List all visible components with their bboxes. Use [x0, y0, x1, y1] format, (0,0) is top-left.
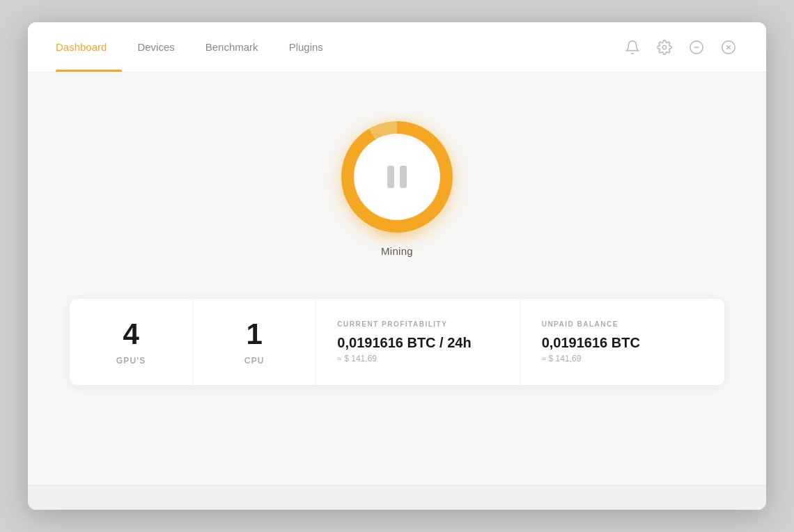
balance-title: UNPAID BALANCE [542, 320, 618, 328]
mining-toggle-button[interactable] [341, 121, 453, 233]
header: Dashboard Devices Benchmark Plugins [28, 22, 766, 72]
mining-inner [354, 134, 440, 220]
mining-label: Mining [381, 245, 413, 257]
cpu-count-value: 1 [247, 318, 263, 350]
profitability-main-value: 0,0191616 BTC / 24h [337, 335, 471, 351]
mining-button-wrap [341, 121, 453, 233]
tab-dashboard[interactable]: Dashboard [56, 22, 122, 72]
cpu-stat-card: 1 CPU [193, 299, 316, 385]
nav-tabs: Dashboard Devices Benchmark Plugins [56, 22, 338, 72]
pause-bar-right [400, 166, 407, 188]
app-window: Dashboard Devices Benchmark Plugins [28, 22, 766, 510]
profitability-card: CURRENT PROFITABILITY 0,0191616 BTC / 24… [316, 299, 520, 385]
header-actions [623, 38, 738, 57]
tab-plugins[interactable]: Plugins [274, 22, 338, 72]
balance-card: UNPAID BALANCE 0,0191616 BTC ≈ $ 141,69 [521, 299, 724, 385]
main-content: Mining 4 GPU'S 1 CPU CURRENT PROFITABILI… [28, 72, 766, 485]
settings-icon[interactable] [655, 38, 674, 57]
profitability-title: CURRENT PROFITABILITY [337, 320, 447, 328]
gpu-stat-card: 4 GPU'S [70, 299, 193, 385]
profitability-sub-value: ≈ $ 141,69 [337, 354, 377, 363]
cpu-count-label: CPU [244, 356, 265, 366]
gpu-count-label: GPU'S [116, 356, 146, 366]
svg-point-0 [662, 45, 667, 49]
balance-main-value: 0,0191616 BTC [542, 335, 640, 351]
stats-row: 4 GPU'S 1 CPU CURRENT PROFITABILITY 0,01… [70, 299, 724, 385]
pause-icon [387, 166, 407, 188]
bell-icon[interactable] [623, 38, 642, 57]
tab-benchmark[interactable]: Benchmark [190, 22, 274, 72]
pause-bar-left [387, 166, 394, 188]
balance-sub-value: ≈ $ 141,69 [542, 354, 582, 363]
mining-area: Mining [341, 121, 453, 257]
close-icon[interactable] [719, 38, 738, 57]
gpu-count-value: 4 [123, 318, 139, 350]
bottom-bar [28, 485, 766, 510]
tab-devices[interactable]: Devices [122, 22, 189, 72]
minimize-icon[interactable] [687, 38, 706, 57]
